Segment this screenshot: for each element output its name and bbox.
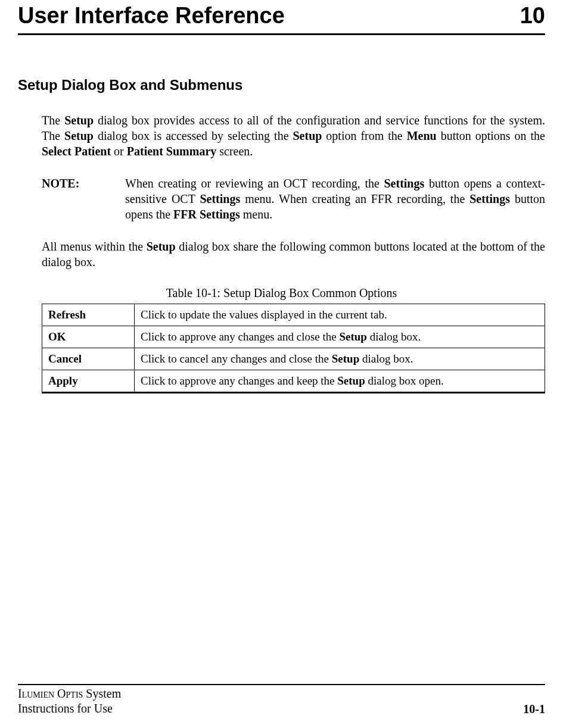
text-fragment: The <box>42 114 64 127</box>
table-cell-desc: Click to approve any changes and close t… <box>135 326 545 348</box>
table-cell-label: OK <box>42 326 135 348</box>
text-fragment: button options on the <box>437 129 545 142</box>
page-number: 10-1 <box>523 702 545 716</box>
footer-smallcaps: Optis <box>54 687 83 700</box>
bold-term: Menu <box>407 129 437 142</box>
text-fragment: option from the <box>322 129 406 142</box>
footer-left: Ilumien Optis System Instructions for Us… <box>18 686 121 716</box>
note-text: When creating or reviewing an OCT record… <box>125 176 545 222</box>
chapter-number: 10 <box>520 3 545 29</box>
bold-term: Setup <box>293 129 322 142</box>
text-fragment: dialog box. <box>367 330 421 343</box>
bold-term: Patient Summary <box>127 145 217 158</box>
footer-smallcaps: Ilumien <box>18 687 54 700</box>
footer-line1: Ilumien Optis System <box>18 686 121 701</box>
text-fragment: Click to cancel any changes and close th… <box>141 352 332 365</box>
bold-term: FFR Settings <box>173 208 240 221</box>
table-cell-desc: Click to cancel any changes and close th… <box>135 348 545 370</box>
options-table: Refresh Click to update the values displ… <box>42 304 545 393</box>
text-fragment: Click to approve any changes and keep th… <box>141 374 337 387</box>
table-row: Cancel Click to cancel any changes and c… <box>42 348 545 370</box>
body-paragraph: All menus within the Setup dialog box sh… <box>42 239 545 270</box>
note-block: NOTE: When creating or reviewing an OCT … <box>42 176 545 222</box>
text-fragment: Click to update the values displayed in … <box>141 308 387 321</box>
bold-term: Setup <box>337 374 365 387</box>
table-caption: Table 10-1: Setup Dialog Box Common Opti… <box>18 286 545 300</box>
text-fragment: screen. <box>216 145 253 158</box>
bold-term: Settings <box>384 177 424 190</box>
page-footer: Ilumien Optis System Instructions for Us… <box>18 684 545 716</box>
text-fragment: dialog box is accessed by selecting the <box>94 129 293 142</box>
bold-term: Setup <box>64 129 94 142</box>
section-heading: Setup Dialog Box and Submenus <box>18 77 545 93</box>
bold-term: Setup <box>332 352 359 365</box>
text-fragment: menu. When creating an FFR recording, th… <box>240 192 469 205</box>
bold-term: Select Patient <box>42 145 111 158</box>
note-label: NOTE: <box>42 176 125 222</box>
table-row: Apply Click to approve any changes and k… <box>42 370 545 393</box>
bold-term: Setup <box>64 114 94 127</box>
table-row: Refresh Click to update the values displ… <box>42 304 545 326</box>
table-cell-desc: Click to approve any changes and keep th… <box>135 370 545 393</box>
text-fragment: All menus within the <box>42 240 147 253</box>
text-fragment: or <box>111 145 127 158</box>
table-row: OK Click to approve any changes and clos… <box>42 326 545 348</box>
text-fragment: When creating or reviewing an OCT record… <box>125 177 384 190</box>
text-fragment: Click to approve any changes and close t… <box>141 330 339 343</box>
chapter-title: User Interface Reference <box>18 3 285 29</box>
text-fragment: System <box>83 687 121 700</box>
chapter-header: User Interface Reference 10 <box>18 3 545 35</box>
intro-paragraph: The Setup dialog box provides access to … <box>42 113 545 159</box>
text-fragment: menu. <box>240 208 272 221</box>
table-cell-label: Cancel <box>42 348 135 370</box>
text-fragment: dialog box. <box>359 352 413 365</box>
table-cell-label: Apply <box>42 370 135 393</box>
footer-line2: Instructions for Use <box>18 701 121 716</box>
bold-term: Settings <box>469 192 510 205</box>
bold-term: Setup <box>147 240 176 253</box>
bold-term: Settings <box>200 192 240 205</box>
table-cell-label: Refresh <box>42 304 135 326</box>
bold-term: Setup <box>339 330 366 343</box>
text-fragment: dialog box open. <box>365 374 444 387</box>
table-cell-desc: Click to update the values displayed in … <box>135 304 545 326</box>
